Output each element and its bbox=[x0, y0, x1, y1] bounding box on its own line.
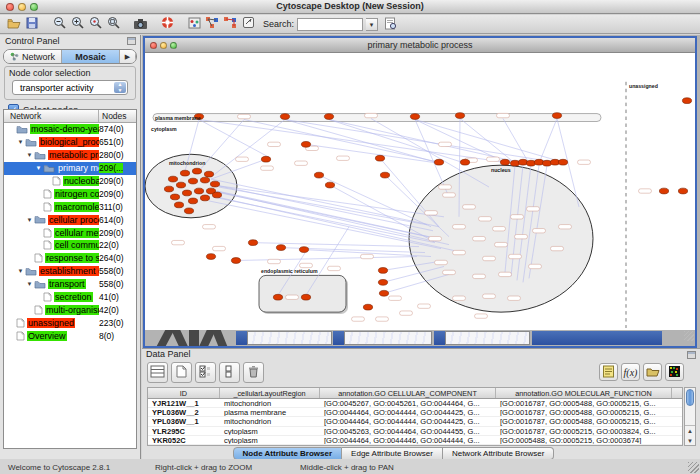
node-label-pill[interactable] bbox=[463, 205, 476, 209]
tree-row-nitrogen-compo[interactable]: nitrogen compo209(0) bbox=[4, 187, 136, 200]
tree-row-establishment-of-lo[interactable]: ▼establishment of lo558(0) bbox=[4, 265, 136, 278]
frame-zoom-button[interactable] bbox=[170, 42, 177, 49]
node-label-pill[interactable] bbox=[425, 211, 438, 215]
tree-row-response-to-stimulu[interactable]: response to stimulu264(0) bbox=[4, 252, 136, 265]
background-window-titlebar[interactable] bbox=[434, 331, 445, 345]
node-label-pill[interactable] bbox=[376, 317, 389, 321]
network-node[interactable] bbox=[299, 247, 308, 253]
network-node[interactable] bbox=[542, 160, 551, 166]
node-label-pill[interactable] bbox=[389, 296, 402, 300]
table-cell[interactable]: [GO:0044464, GO:0044444, GO:0044425, G..… bbox=[320, 408, 496, 416]
background-window-titlebar[interactable] bbox=[333, 331, 344, 345]
frame-resize-grip[interactable] bbox=[684, 331, 694, 341]
node-label-pill[interactable] bbox=[453, 250, 466, 254]
expand-arrow-icon[interactable]: ▼ bbox=[25, 281, 34, 287]
annotation-button[interactable] bbox=[239, 16, 257, 33]
network-node[interactable] bbox=[188, 198, 197, 204]
help-button[interactable] bbox=[158, 16, 176, 33]
background-window-titlebar[interactable] bbox=[532, 331, 662, 345]
network-node[interactable] bbox=[212, 192, 221, 198]
scrollbar-arrows[interactable]: ▲▼ bbox=[685, 425, 695, 445]
table-row[interactable]: YJR121W__1mitochondrion[GO:0045267, GO:0… bbox=[148, 399, 682, 408]
tab-overflow-button[interactable]: ▶ bbox=[120, 50, 136, 63]
tree-row-primary-metabo[interactable]: ▼primary metabo209(... bbox=[4, 162, 136, 175]
node-label-pill[interactable] bbox=[493, 227, 506, 231]
network-node[interactable] bbox=[363, 304, 372, 310]
zoom-window-button[interactable] bbox=[30, 3, 38, 11]
node-label-pill[interactable] bbox=[268, 142, 281, 146]
node-label-pill[interactable] bbox=[439, 185, 452, 189]
node-label-pill[interactable] bbox=[639, 189, 652, 193]
table-row[interactable]: YPL036W__2plasma membrane[GO:0044464, GO… bbox=[148, 408, 682, 417]
node-label-pill[interactable] bbox=[511, 215, 524, 219]
table-cell[interactable]: cytoplasm bbox=[220, 436, 320, 444]
tree-row-overview[interactable]: Overview8(0) bbox=[4, 329, 136, 342]
node-label-pill[interactable] bbox=[295, 161, 308, 165]
table-cell[interactable]: YPL036W__2 bbox=[148, 408, 220, 416]
network-node[interactable] bbox=[192, 168, 201, 174]
node-label-pill[interactable] bbox=[238, 114, 251, 118]
tree-row-cell-communicat[interactable]: cell communicat22(0) bbox=[4, 239, 136, 252]
search-input[interactable] bbox=[297, 18, 363, 31]
node-label-pill[interactable] bbox=[527, 207, 540, 211]
network-node[interactable] bbox=[200, 177, 209, 183]
network-node[interactable] bbox=[379, 290, 388, 296]
tree-column-nodes[interactable]: Nodes bbox=[98, 110, 136, 122]
edit-edges-button[interactable] bbox=[221, 16, 239, 33]
snapshot-button[interactable] bbox=[131, 16, 149, 33]
background-window[interactable] bbox=[445, 331, 530, 345]
network-node[interactable] bbox=[526, 160, 535, 166]
network-node[interactable] bbox=[500, 159, 509, 165]
frame-close-button[interactable] bbox=[150, 42, 157, 49]
network-node[interactable] bbox=[410, 114, 419, 120]
import-attributes-button[interactable] bbox=[643, 363, 662, 381]
network-edge[interactable] bbox=[199, 120, 505, 163]
tree-column-network[interactable]: Network bbox=[4, 110, 98, 122]
table-vertical-scrollbar[interactable]: ▲▼ bbox=[684, 387, 696, 446]
node-color-attribute-select[interactable]: transporter activity ▲▼ bbox=[12, 80, 128, 95]
network-node[interactable] bbox=[375, 155, 384, 161]
zoom-fit-button[interactable] bbox=[104, 16, 122, 33]
background-window[interactable] bbox=[247, 331, 332, 345]
network-node[interactable] bbox=[231, 258, 240, 264]
network-edge[interactable] bbox=[285, 120, 555, 163]
table-row[interactable]: YKR052Ccytoplasm[GO:0044464, GO:0044446,… bbox=[148, 436, 682, 445]
close-window-button[interactable] bbox=[6, 3, 14, 11]
open-button[interactable] bbox=[5, 16, 23, 33]
network-edge[interactable] bbox=[539, 119, 557, 164]
zoom-in-button[interactable] bbox=[68, 16, 86, 33]
network-node[interactable] bbox=[206, 254, 215, 260]
node-label-pill[interactable] bbox=[400, 311, 413, 315]
tree-row-multi-organism-pr[interactable]: multi-organism pr42(0) bbox=[4, 303, 136, 316]
network-node[interactable] bbox=[678, 188, 687, 194]
network-node[interactable] bbox=[280, 114, 289, 120]
table-cell[interactable]: mitochondrion bbox=[220, 445, 320, 446]
float-data-panel-icon[interactable] bbox=[687, 351, 696, 359]
tab-mosaic[interactable]: Mosaic bbox=[62, 50, 120, 63]
network-node[interactable] bbox=[301, 294, 310, 300]
network-node[interactable] bbox=[301, 141, 310, 147]
network-node[interactable] bbox=[261, 156, 270, 162]
node-label-pill[interactable] bbox=[418, 304, 431, 308]
table-cell[interactable]: [GO:0045267, GO:0045261, GO:0044464, G..… bbox=[320, 399, 496, 407]
network-node[interactable] bbox=[378, 279, 387, 285]
node-label-pill[interactable] bbox=[509, 254, 522, 258]
tree-row-metabolic-process[interactable]: ▼metabolic process280(0) bbox=[4, 149, 136, 162]
select-attributes-button[interactable] bbox=[147, 362, 168, 383]
table-cell[interactable]: YKR052C bbox=[148, 436, 220, 444]
node-label-pill[interactable] bbox=[533, 229, 546, 233]
network-node[interactable] bbox=[378, 268, 387, 274]
node-label-pill[interactable] bbox=[203, 225, 216, 229]
network-view-titlebar[interactable]: primary metabolic process bbox=[145, 38, 695, 53]
node-label-pill[interactable] bbox=[172, 240, 185, 244]
select-all-attributes-button[interactable] bbox=[195, 362, 216, 383]
background-window-titlebar[interactable] bbox=[236, 331, 247, 345]
node-label-pill[interactable] bbox=[529, 264, 542, 268]
node-label-pill[interactable] bbox=[479, 217, 492, 221]
table-cell[interactable]: cytoplasm bbox=[220, 427, 320, 435]
minimize-window-button[interactable] bbox=[18, 3, 26, 11]
table-cell[interactable]: [GO:0016787, GO:0005488, GO:0005215, G..… bbox=[496, 399, 672, 407]
search-dropdown-button[interactable]: ▾ bbox=[366, 18, 378, 31]
node-label-pill[interactable] bbox=[578, 160, 591, 164]
node-label-pill[interactable] bbox=[300, 263, 313, 267]
